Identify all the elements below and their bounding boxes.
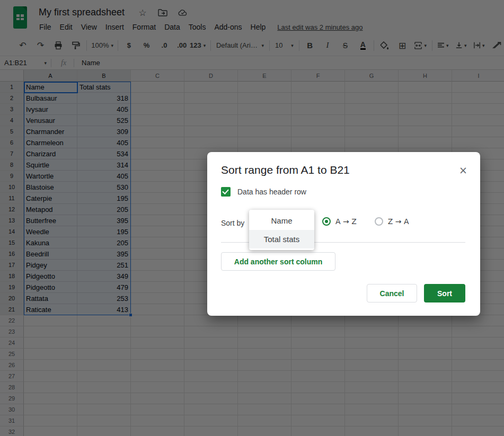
cancel-button[interactable]: Cancel bbox=[367, 284, 417, 302]
checkbox-checked-icon[interactable] bbox=[221, 187, 231, 197]
spreadsheet-app: My first spreadsheet ☆ FileEditViewInser… bbox=[0, 0, 504, 436]
close-icon[interactable]: × bbox=[457, 164, 470, 176]
sort-range-dialog: Sort range from A1 to B21 × Data has hea… bbox=[207, 152, 480, 316]
header-row-checkbox-row[interactable]: Data has header row bbox=[221, 187, 306, 197]
dropdown-item-name[interactable]: Name bbox=[249, 211, 314, 230]
radio-unselected-icon[interactable] bbox=[375, 217, 383, 226]
sort-by-label: Sort by bbox=[221, 219, 244, 227]
sort-column-dropdown: NameTotal stats bbox=[249, 210, 314, 250]
dialog-actions: Cancel Sort bbox=[367, 284, 465, 302]
add-sort-column-button[interactable]: Add another sort column bbox=[221, 252, 335, 271]
sort-button[interactable]: Sort bbox=[424, 284, 465, 302]
radio-selected-icon[interactable] bbox=[322, 217, 331, 226]
radio-descending[interactable]: Z → A bbox=[375, 217, 409, 226]
sort-order-radios: A → Z Z → A bbox=[322, 217, 409, 226]
radio-ascending[interactable]: A → Z bbox=[322, 217, 357, 226]
radio-descending-label: Z → A bbox=[388, 217, 409, 226]
radio-ascending-label: A → Z bbox=[335, 217, 357, 226]
dialog-title: Sort range from A1 to B21 bbox=[221, 164, 350, 176]
checkbox-label: Data has header row bbox=[237, 188, 306, 196]
dropdown-item-total-stats[interactable]: Total stats bbox=[249, 230, 314, 248]
